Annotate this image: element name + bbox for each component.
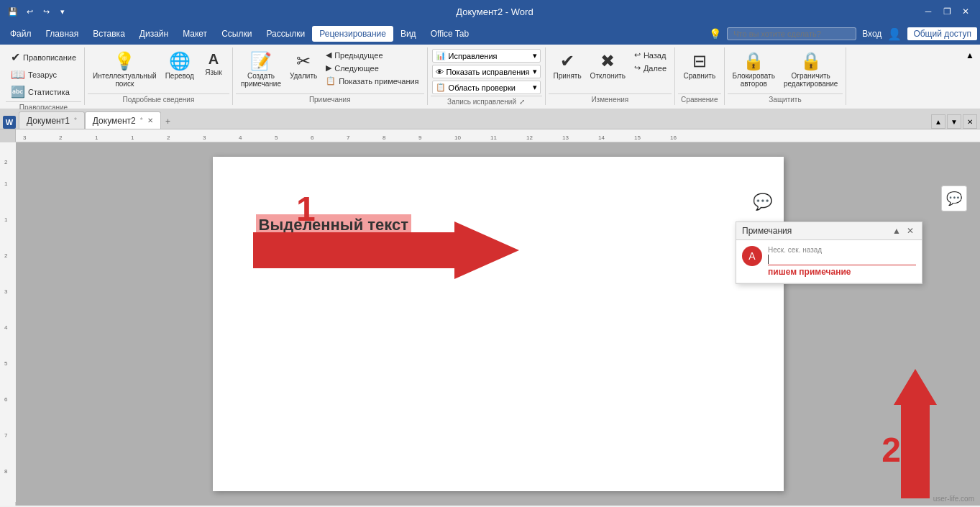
track-changes-dropdown[interactable]: 📊 Исправления ▾ xyxy=(432,49,541,63)
undo-button[interactable]: ↩ xyxy=(22,4,37,19)
svg-text:1: 1 xyxy=(95,134,99,141)
svg-text:5: 5 xyxy=(4,360,8,367)
svg-text:2: 2 xyxy=(4,252,8,259)
comments-panel-up[interactable]: ▲ xyxy=(890,225,903,237)
svg-text:2: 2 xyxy=(4,159,8,165)
back-button[interactable]: ↩ Назад xyxy=(631,49,670,61)
create-comment-button[interactable]: 📝 Создатьпримечание xyxy=(237,49,285,90)
ribbon-collapse-button[interactable]: ▲ xyxy=(966,50,974,60)
tab-document2[interactable]: Документ2 * ✕ xyxy=(85,111,161,129)
title-bar-left: 💾 ↩ ↪ ▾ xyxy=(6,4,70,19)
menu-home[interactable]: Главная xyxy=(39,26,86,42)
svg-text:3: 3 xyxy=(23,134,27,141)
menu-review[interactable]: Рецензирование xyxy=(312,26,393,42)
what-to-do-search[interactable] xyxy=(727,27,856,40)
comments-panel-controls: ▲ ✕ xyxy=(890,225,916,237)
nav-comments-col: ◀ Предыдущее ▶ Следующее 📋 Показать прим… xyxy=(322,49,422,87)
menu-layout[interactable]: Макет xyxy=(175,26,214,42)
details-label: Подробные сведения xyxy=(88,93,229,105)
show-changes-dropdown[interactable]: 👁 Показать исправления ▾ xyxy=(432,65,541,78)
menu-references[interactable]: Ссылки xyxy=(214,26,259,42)
spelling-check-button[interactable]: ✔ Правописание xyxy=(7,49,80,65)
spelling-col: ✔ Правописание 📖 Тезарус 🔤 Статистика xyxy=(7,49,80,100)
next-comment-button[interactable]: ▶ Следующее xyxy=(322,62,422,74)
svg-text:12: 12 xyxy=(526,134,533,141)
comments-panel-close[interactable]: ✕ xyxy=(905,225,916,237)
menu-view[interactable]: Вид xyxy=(393,26,423,42)
compare-buttons: ⊟ Сравнить xyxy=(679,47,721,93)
svg-text:15: 15 xyxy=(634,134,641,141)
svg-text:6: 6 xyxy=(4,396,8,403)
show-comments-button[interactable]: 📋 Показать примечания xyxy=(322,75,422,87)
comment-input-area[interactable] xyxy=(768,254,916,265)
tab2-close[interactable]: ✕ xyxy=(147,117,153,124)
forward-button[interactable]: ↪ Далее xyxy=(631,62,670,74)
ribbon-group-spelling: ✔ Правописание 📖 Тезарус 🔤 Статистика Пр… xyxy=(3,47,85,105)
svg-text:14: 14 xyxy=(598,134,605,141)
compare-label: Сравнение xyxy=(678,93,720,105)
comment-body: Неск. сек. назад пишем примечание xyxy=(768,246,916,277)
tab-scroll-down[interactable]: ▼ xyxy=(947,114,961,129)
minimize-button[interactable]: ─ xyxy=(920,3,937,20)
svg-text:7: 7 xyxy=(347,134,350,141)
track-expand-icon[interactable]: ⤢ xyxy=(519,98,525,106)
tab-document1[interactable]: Документ1 * xyxy=(19,111,85,129)
ribbon-group-protect: 🔒 Блокироватьавторов 🔒 Ограничитьредакти… xyxy=(725,47,847,105)
close-button[interactable]: ✕ xyxy=(957,3,974,20)
menu-office-tab[interactable]: Office Tab xyxy=(423,26,477,42)
share-button[interactable]: Общий доступ xyxy=(907,27,977,40)
menu-mailings[interactable]: Рассылки xyxy=(259,26,312,42)
svg-text:8: 8 xyxy=(383,134,386,141)
smart-lookup-button[interactable]: 💡 Интеллектуальныйпоиск xyxy=(89,49,160,90)
tab1-label: Документ1 xyxy=(27,116,70,126)
protect-buttons: 🔒 Блокироватьавторов 🔒 Ограничитьредакти… xyxy=(728,47,843,93)
quick-access-toolbar: 💾 ↩ ↪ ▾ xyxy=(6,4,70,19)
save-button[interactable]: 💾 xyxy=(6,4,20,19)
word-icon: W xyxy=(3,116,16,129)
ruler: 321 123 456 789 101112 131415 16 xyxy=(0,129,980,142)
new-tab-button[interactable]: + xyxy=(161,114,175,129)
comment-entry: А Неск. сек. назад пишем примечание xyxy=(736,240,922,283)
stats-button[interactable]: 🔤 Статистика xyxy=(7,83,80,100)
menu-file[interactable]: Файл xyxy=(3,26,39,42)
horizontal-ruler: 321 123 456 789 101112 131415 16 xyxy=(16,129,980,142)
translate-button[interactable]: 🌐 Перевод xyxy=(162,49,198,82)
thesaurus-button[interactable]: 📖 Тезарус xyxy=(7,66,80,83)
title-bar: 💾 ↩ ↪ ▾ Документ2 - Word ─ ❐ ✕ xyxy=(0,0,980,23)
track-label: Запись исправлений ⤢ xyxy=(431,96,542,107)
comment-icon-in-doc[interactable]: 💬 xyxy=(753,193,772,211)
comment-meta: Неск. сек. назад xyxy=(768,246,916,254)
tab-scroll-up[interactable]: ▲ xyxy=(931,114,945,129)
restore-button[interactable]: ❐ xyxy=(938,3,956,20)
arrow-right-annotation xyxy=(253,221,526,279)
menu-insert[interactable]: Вставка xyxy=(86,26,132,42)
protect-label: Защитить xyxy=(728,93,843,105)
ribbon: ✔ Правописание 📖 Тезарус 🔤 Статистика Пр… xyxy=(0,45,980,109)
svg-text:5: 5 xyxy=(275,134,278,141)
menu-design[interactable]: Дизайн xyxy=(132,26,175,42)
svg-text:3: 3 xyxy=(203,134,206,141)
comments-panel-title: Примечания xyxy=(742,226,792,236)
menu-bar-right: 💡 Вход 👤 Общий доступ xyxy=(709,27,977,41)
tab-close-all[interactable]: ✕ xyxy=(963,114,977,129)
delete-comment-button[interactable]: ✂ Удалить xyxy=(286,49,321,82)
ribbon-group-details: 💡 Интеллектуальныйпоиск 🌐 Перевод A Язык… xyxy=(85,47,233,105)
ribbon-group-changes: ✔ Принять ✖ Отклонить ↩ Назад ↪ Далее Из… xyxy=(546,47,676,105)
svg-text:10: 10 xyxy=(454,134,461,141)
restrict-editing-button[interactable]: 🔒 Ограничитьредактирование xyxy=(780,49,842,90)
comments-label: Примечания xyxy=(236,93,424,105)
block-authors-button[interactable]: 🔒 Блокироватьавторов xyxy=(729,49,779,90)
ribbon-group-compare: ⊟ Сравнить Сравнение xyxy=(675,47,724,105)
reject-button[interactable]: ✖ Отклонить xyxy=(587,49,629,82)
accept-button[interactable]: ✔ Принять xyxy=(550,49,585,82)
compare-button[interactable]: ⊟ Сравнить xyxy=(680,49,720,82)
review-pane-dropdown[interactable]: 📋 Область проверки ▾ xyxy=(432,81,541,94)
svg-text:1: 1 xyxy=(131,134,134,141)
language-button[interactable]: A Язык xyxy=(199,49,228,78)
redo-button[interactable]: ↪ xyxy=(39,4,53,19)
customize-qa-button[interactable]: ▾ xyxy=(55,4,70,19)
side-comment-btn[interactable]: 💬 xyxy=(941,186,967,211)
prev-comment-button[interactable]: ◀ Предыдущее xyxy=(322,49,422,61)
comments-panel: Примечания ▲ ✕ А Неск. сек. назад пишем … xyxy=(736,221,922,284)
login-button[interactable]: Вход xyxy=(862,29,881,39)
